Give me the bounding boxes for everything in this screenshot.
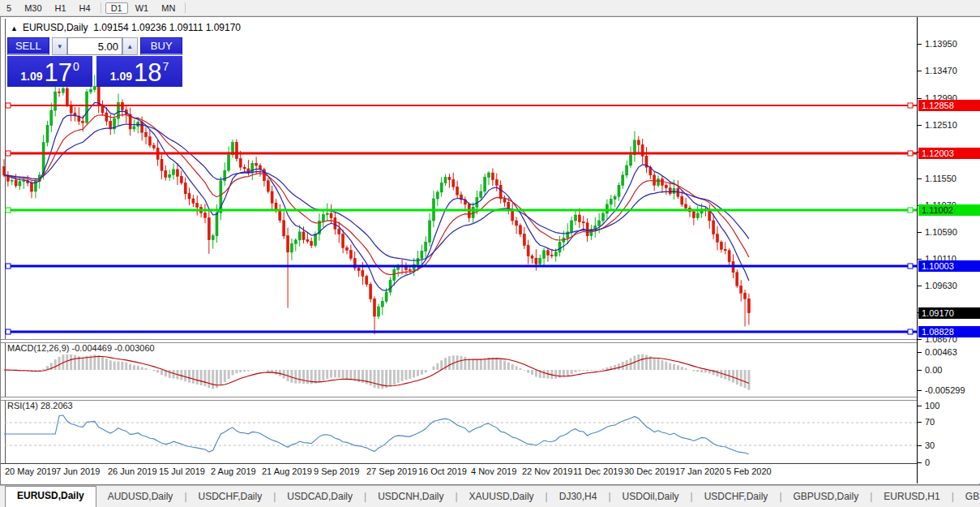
timeframe-button-h4[interactable]: H4 — [74, 2, 96, 14]
chart-tab-usdcnh-daily[interactable]: USDCNH,Daily — [368, 488, 453, 505]
candle — [370, 282, 372, 303]
time-axis-label: 16 Oct 2019 — [418, 466, 467, 476]
timeframe-button-mn[interactable]: MN — [156, 2, 181, 14]
candle — [235, 140, 238, 162]
candle — [315, 231, 317, 247]
candle — [271, 186, 273, 210]
candle — [618, 183, 620, 201]
chart-tab-gbpusd-daily[interactable]: GBPUSD,Daily — [784, 488, 869, 505]
chart-tab-xauusd-daily[interactable]: XAUUSD,Daily — [460, 488, 544, 505]
candle — [665, 183, 667, 195]
chart-window: ▲EURUSD,Daily 1.09154 1.09236 1.09111 1.… — [0, 16, 980, 485]
line-handle[interactable] — [908, 208, 913, 213]
timeframe-button-m30[interactable]: M30 — [19, 2, 47, 14]
level-price-tag: 1.12858 — [918, 100, 980, 111]
volume-decrease-button[interactable]: ▼ — [52, 37, 67, 55]
sell-price-prefix: 1.09 — [20, 70, 42, 83]
chart-tab-usdcad-daily[interactable]: USDCAD,Daily — [277, 488, 362, 505]
sell-price-main: 17 — [44, 59, 71, 86]
sell-price-quote[interactable]: 1.09 17 0 — [7, 56, 92, 87]
moving-average-line — [4, 115, 749, 275]
axis-tick-label: 0.00 — [918, 365, 980, 375]
candle — [488, 171, 490, 185]
sell-button[interactable]: SELL — [7, 37, 49, 55]
candle — [306, 232, 309, 243]
candle — [381, 297, 383, 315]
candle — [176, 163, 178, 185]
chart-tab-eurusd-h1[interactable]: EURUSD,H1 — [874, 488, 949, 505]
candle — [326, 204, 328, 221]
candle — [535, 249, 537, 270]
candle — [160, 154, 163, 179]
time-axis-label: 30 Dec 2019 — [624, 466, 674, 476]
candle — [456, 181, 459, 199]
candle — [696, 206, 699, 221]
tab-separator: | — [952, 491, 954, 502]
line-handle[interactable] — [908, 151, 913, 156]
candlestick-chart-canvas[interactable] — [1, 17, 917, 483]
line-handle[interactable] — [908, 264, 913, 269]
line-handle[interactable] — [908, 103, 913, 108]
chart-tab-dj30-h4[interactable]: DJ30,H4 — [550, 488, 607, 505]
timeframe-button-d1[interactable]: D1 — [105, 2, 128, 14]
axis-tick-label: 0.00463 — [918, 347, 980, 357]
chart-tab-eurusd-daily[interactable]: EURUSD,Daily — [5, 486, 96, 507]
timeframe-button-h1[interactable]: H1 — [49, 2, 72, 14]
time-axis-label: 20 May 2019 — [5, 466, 57, 476]
line-handle[interactable] — [6, 208, 11, 213]
candle — [118, 94, 120, 126]
buy-price-main: 18 — [134, 59, 161, 86]
candle — [511, 203, 514, 225]
line-handle[interactable] — [6, 329, 11, 334]
candle — [503, 195, 506, 207]
line-handle[interactable] — [6, 264, 11, 269]
candle — [610, 195, 612, 210]
time-axis-label: 5 Feb 2020 — [726, 466, 772, 476]
candle — [547, 248, 550, 262]
candle — [220, 177, 222, 220]
candle — [590, 225, 593, 240]
candle — [196, 195, 199, 216]
candle — [34, 178, 36, 198]
chart-tab-usdchf-daily[interactable]: USDCHF,Daily — [189, 488, 272, 505]
candle — [614, 195, 616, 208]
candle — [740, 280, 742, 301]
line-handle[interactable] — [908, 329, 913, 334]
time-axis-label: 2 Aug 2019 — [211, 466, 256, 476]
candle — [148, 130, 151, 148]
buy-price-prefix: 1.09 — [110, 70, 132, 83]
candle — [263, 168, 265, 187]
candle — [468, 203, 470, 222]
candle — [204, 204, 207, 223]
chart-tab-usdchf-daily[interactable]: USDCHF,Daily — [695, 488, 778, 505]
volume-input[interactable] — [67, 37, 122, 55]
chart-tab-audusd-daily[interactable]: AUDUSD,Daily — [98, 488, 183, 505]
collapse-panel-icon[interactable]: ▲ — [11, 24, 18, 32]
line-handle[interactable] — [6, 103, 11, 108]
candle — [558, 236, 561, 256]
panel-splitter[interactable] — [1, 397, 917, 401]
candle — [290, 238, 293, 260]
buy-price-quote[interactable]: 1.09 18 7 — [96, 56, 182, 87]
chart-tab-gbpaud-h1[interactable]: GBPAUD,H1 — [956, 488, 980, 505]
candle — [460, 191, 463, 204]
candle — [19, 177, 21, 190]
timeframe-button-w1[interactable]: W1 — [130, 2, 155, 14]
axis-tick-label: 1.10590 — [918, 227, 980, 237]
candle — [645, 147, 648, 173]
candle — [516, 217, 518, 234]
chart-tab-usdoil-daily[interactable]: USDOil,Daily — [613, 488, 689, 505]
candle — [319, 213, 321, 241]
candle — [720, 240, 722, 252]
level-price-tag: 1.08828 — [918, 326, 980, 337]
level-price-tag: 1.10003 — [918, 260, 980, 272]
candle — [357, 266, 360, 277]
line-handle[interactable] — [6, 151, 11, 156]
timeframe-button-5[interactable]: 5 — [1, 2, 17, 14]
volume-increase-button[interactable]: ▲ — [122, 37, 138, 55]
candle — [633, 131, 636, 161]
candle — [657, 175, 660, 187]
buy-button[interactable]: BUY — [140, 37, 182, 55]
time-axis-label: 22 Nov 2019 — [522, 466, 572, 476]
candle — [188, 187, 190, 205]
